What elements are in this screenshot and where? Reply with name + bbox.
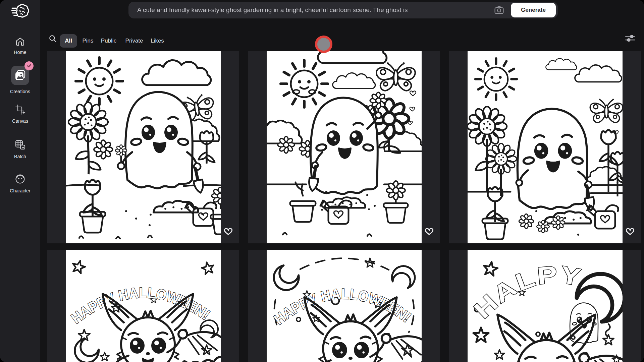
prompt-input[interactable]: A cute and friendly kawaii-style ghost g… bbox=[128, 2, 558, 18]
sidebar-item-label: Canvas bbox=[12, 118, 28, 124]
sidebar: Home Creations bbox=[0, 0, 40, 362]
prompt-text: A cute and friendly kawaii-style ghost g… bbox=[137, 6, 482, 14]
coloring-page-halloween-bat-2: HAPPY HALLOWEEN! bbox=[267, 250, 422, 362]
camera-icon[interactable] bbox=[494, 6, 504, 14]
batch-grid-icon bbox=[15, 139, 25, 150]
coloring-page-ghost-garden-3 bbox=[468, 51, 623, 243]
tab-public[interactable]: Public bbox=[101, 34, 116, 48]
tab-likes[interactable]: Likes bbox=[151, 34, 164, 48]
favorite-heart-icon[interactable] bbox=[626, 228, 635, 236]
character-face-icon bbox=[15, 174, 25, 184]
sidebar-item-canvas[interactable]: Canvas bbox=[0, 104, 40, 124]
check-badge-icon bbox=[24, 61, 34, 70]
sidebar-item-label: Character bbox=[10, 188, 30, 193]
filter-sliders-icon[interactable] bbox=[625, 34, 636, 44]
tab-all[interactable]: All bbox=[60, 34, 77, 48]
creation-tile[interactable] bbox=[449, 51, 641, 243]
canvas-crop-icon bbox=[15, 104, 25, 115]
sidebar-item-label: Creations bbox=[10, 89, 30, 94]
generate-button[interactable]: Generate bbox=[511, 3, 556, 17]
brain-logo-icon[interactable] bbox=[0, 3, 40, 18]
coloring-page-halloween-bat-3: HALPY bbox=[468, 250, 623, 362]
svg-text:HALPY: HALPY bbox=[469, 260, 584, 323]
creation-tile[interactable]: HAPPY HALLOWEEN! bbox=[47, 250, 239, 362]
creation-tile[interactable]: HALPY bbox=[449, 250, 641, 362]
app-window: Home Creations bbox=[0, 0, 644, 362]
halpy-text: HALPY bbox=[469, 260, 584, 323]
sidebar-item-creations[interactable]: Creations bbox=[0, 66, 40, 94]
tab-private[interactable]: Private bbox=[125, 34, 143, 48]
home-icon bbox=[15, 37, 25, 46]
favorite-heart-icon[interactable] bbox=[425, 228, 434, 236]
coloring-page-halloween-bat-1: HAPPY HALLOWEEN! bbox=[66, 250, 221, 362]
search-icon[interactable] bbox=[48, 34, 57, 44]
svg-text:HAPPY HALLOWEEN!: HAPPY HALLOWEEN! bbox=[271, 286, 415, 327]
sidebar-item-label: Home bbox=[14, 50, 26, 55]
sidebar-item-batch[interactable]: Batch bbox=[0, 139, 40, 159]
creations-image-icon bbox=[11, 66, 29, 85]
favorite-heart-icon[interactable] bbox=[224, 228, 233, 236]
coloring-page-ghost-garden-2 bbox=[267, 51, 422, 243]
tab-pins[interactable]: Pins bbox=[82, 34, 93, 48]
sidebar-item-home[interactable]: Home bbox=[0, 37, 40, 55]
happy-halloween-text: HAPPY HALLOWEEN! bbox=[271, 286, 415, 327]
creation-tile[interactable]: HAPPY HALLOWEEN! bbox=[248, 250, 440, 362]
sidebar-item-character[interactable]: Character bbox=[0, 174, 40, 193]
creation-tile[interactable] bbox=[248, 51, 440, 243]
click-indicator bbox=[315, 36, 332, 53]
coloring-page-ghost-garden-1 bbox=[66, 51, 221, 243]
sidebar-item-label: Batch bbox=[14, 154, 26, 159]
creation-tile[interactable] bbox=[47, 51, 239, 243]
